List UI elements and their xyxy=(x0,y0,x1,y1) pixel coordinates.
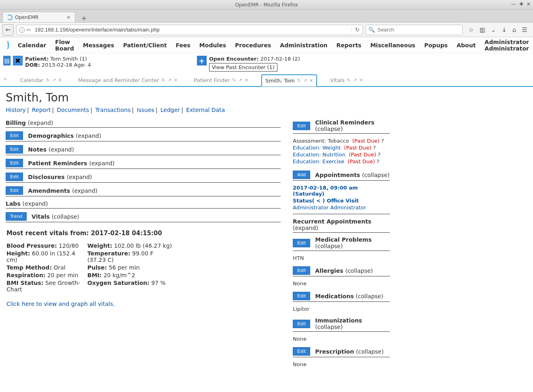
window-max-icon[interactable]: ✚ xyxy=(519,1,523,7)
nav-back-icon[interactable]: ← xyxy=(2,24,14,36)
window-close-icon[interactable]: ✕ xyxy=(527,1,531,7)
tab-popout-icon[interactable]: ↗ xyxy=(303,78,307,83)
reminder-help[interactable]: ? xyxy=(376,158,379,164)
reminder-nutrition-link[interactable]: Education: Nutrition xyxy=(293,152,345,158)
menu-misc[interactable]: Miscellaneous xyxy=(370,42,415,48)
tab-refresh-icon[interactable]: ↻ xyxy=(297,78,301,83)
reminder-help[interactable]: ? xyxy=(373,145,376,151)
reminder-exercise-link[interactable]: Education: Exercise xyxy=(293,158,344,164)
sublink-external-data[interactable]: External Data xyxy=(186,107,225,113)
site-info-icon[interactable]: i🗝 xyxy=(17,27,33,33)
tab-close-icon[interactable]: ✕ xyxy=(174,78,178,83)
menu-fees[interactable]: Fees xyxy=(176,42,190,48)
window-min-icon[interactable]: — xyxy=(511,1,516,7)
window-title-bar: OpenEMR - Mozilla Firefox — ✚ ✕ xyxy=(0,0,533,10)
sublink-issues[interactable]: Issues xyxy=(137,107,154,113)
tab-popout-icon[interactable]: ↗ xyxy=(353,78,357,83)
menu-flow-board[interactable]: Flow Board xyxy=(55,39,74,52)
add-encounter-icon[interactable]: + xyxy=(197,56,207,65)
menu-about[interactable]: About xyxy=(457,42,476,48)
tab-calendar[interactable]: Calendar↻↗✕ xyxy=(17,74,65,86)
tab-message-center[interactable]: Message and Reminder Center↻↗✕ xyxy=(75,74,181,86)
close-tab-icon[interactable]: × xyxy=(66,14,71,20)
patient-doc-icon[interactable]: ▤ xyxy=(3,56,11,65)
app-top-menu: Calendar Flow Board Messages Patient/Cli… xyxy=(0,37,533,53)
tab-smith-tom[interactable]: Smith, Tom↻↗✕ xyxy=(261,74,317,86)
reload-icon[interactable]: ↻ xyxy=(351,27,363,33)
reminder-weight-link[interactable]: Education: Weight xyxy=(293,145,341,151)
sublink-report[interactable]: Report xyxy=(32,107,51,113)
trend-vitals-button[interactable]: Trend xyxy=(6,212,27,221)
tab-patient-finder[interactable]: Patient Finder↻↗✕ xyxy=(190,74,252,86)
sublink-history[interactable]: History xyxy=(6,107,26,113)
tab-vitals[interactable]: Vitals↻↗✕ xyxy=(327,74,366,86)
sublink-documents[interactable]: Documents xyxy=(57,107,89,113)
menu-administration[interactable]: Administration xyxy=(280,42,327,48)
section-notes: Edit Notes (expand) xyxy=(6,144,281,155)
tab-close-icon[interactable]: ✕ xyxy=(359,78,363,83)
reminder-help[interactable]: ? xyxy=(378,152,381,158)
menu-procedures[interactable]: Procedures xyxy=(235,42,271,48)
menu-patient-client[interactable]: Patient/Client xyxy=(123,42,167,48)
browser-tab[interactable]: OpenEMR × xyxy=(2,12,75,22)
edit-patient-reminders-button[interactable]: Edit xyxy=(6,159,23,167)
library-icon[interactable]: ▥ xyxy=(480,26,485,34)
edit-notes-button[interactable]: Edit xyxy=(6,145,23,154)
admin-user-label[interactable]: Administrator Administrator xyxy=(484,39,529,52)
url-input[interactable] xyxy=(33,27,351,33)
hamburger-menu-icon[interactable]: ☰ xyxy=(522,26,527,34)
context-bar: ▤ ✖ Patient: Tom Smith (1) DOB: 2013-02-… xyxy=(0,53,533,74)
tab-close-icon[interactable]: ✕ xyxy=(309,78,313,83)
section-recurrent-appts[interactable]: Recurrent Appointments (expand) xyxy=(293,217,390,233)
edit-problems-button[interactable]: Edit xyxy=(293,239,310,247)
edit-amendments-button[interactable]: Edit xyxy=(6,186,23,195)
appt-status-link[interactable]: Status( < ) Office Visit xyxy=(293,198,359,204)
section-labs[interactable]: Labs (expand) xyxy=(6,199,281,209)
new-tab-icon[interactable]: + xyxy=(78,14,89,22)
problems-body: HTN xyxy=(293,253,390,265)
sublink-transactions[interactable]: Transactions xyxy=(95,107,131,113)
tab-close-icon[interactable]: ✕ xyxy=(245,78,248,83)
menu-messages[interactable]: Messages xyxy=(83,42,114,48)
edit-prescription-button[interactable]: Edit xyxy=(293,347,310,356)
close-patient-icon[interactable]: ✖ xyxy=(13,56,23,65)
tab-close-icon[interactable]: ✕ xyxy=(58,78,62,83)
reminder-due: (Past Due) xyxy=(352,138,380,144)
menu-reports[interactable]: Reports xyxy=(336,42,362,48)
sublink-ledger[interactable]: Ledger xyxy=(161,107,180,113)
home-icon[interactable]: ⌂ xyxy=(512,26,516,34)
menu-modules[interactable]: Modules xyxy=(199,42,226,48)
section-disclosures: Edit Disclosures (expand) xyxy=(6,171,281,183)
appt-provider-link[interactable]: Administrator Administrator xyxy=(293,204,366,211)
dob-label: DOB: xyxy=(25,62,40,68)
reminder-help[interactable]: ? xyxy=(381,138,384,144)
edit-clinical-reminders-button[interactable]: Edit xyxy=(293,122,310,130)
edit-demographics-button[interactable]: Edit xyxy=(6,131,23,140)
menu-popups[interactable]: Popups xyxy=(424,42,448,48)
tab-refresh-icon[interactable]: ↻ xyxy=(233,78,236,83)
section-billing[interactable]: Billing (expand) xyxy=(6,118,281,128)
tab-popout-icon[interactable]: ↗ xyxy=(239,78,242,83)
menu-calendar[interactable]: Calendar xyxy=(18,42,46,48)
search-input[interactable] xyxy=(377,27,460,33)
pocket-icon[interactable]: ⌄ xyxy=(491,26,496,34)
tab-popout-icon[interactable]: ↗ xyxy=(52,78,56,83)
oxygen-label: Oxygen Saturation: xyxy=(87,280,150,286)
tab-refresh-icon[interactable]: ↻ xyxy=(46,78,50,83)
add-appointment-button[interactable]: Add xyxy=(293,171,310,179)
bookmark-star-icon[interactable]: ☆ xyxy=(468,26,474,34)
edit-disclosures-button[interactable]: Edit xyxy=(6,173,23,181)
tabs-caret-icon[interactable]: ^ xyxy=(3,78,7,83)
appt-date-link[interactable]: 2017-02-18, 09:00 am (Saturday) xyxy=(293,185,358,197)
view-past-encounter-button[interactable]: View Past Encounter (1) xyxy=(209,63,277,72)
favicon-icon xyxy=(7,15,13,20)
view-all-vitals-link[interactable]: Click here to view and graph all vitals. xyxy=(6,301,280,307)
tab-popout-icon[interactable]: ↗ xyxy=(168,78,171,83)
edit-medications-button[interactable]: Edit xyxy=(293,292,310,300)
edit-immunizations-button[interactable]: Edit xyxy=(293,320,310,328)
search-icon: 🔍 xyxy=(368,27,375,33)
edit-allergies-button[interactable]: Edit xyxy=(293,266,310,275)
downloads-icon[interactable]: ↓ xyxy=(501,26,507,34)
tab-refresh-icon[interactable]: ↻ xyxy=(347,78,351,83)
tab-refresh-icon[interactable]: ↻ xyxy=(162,78,165,83)
